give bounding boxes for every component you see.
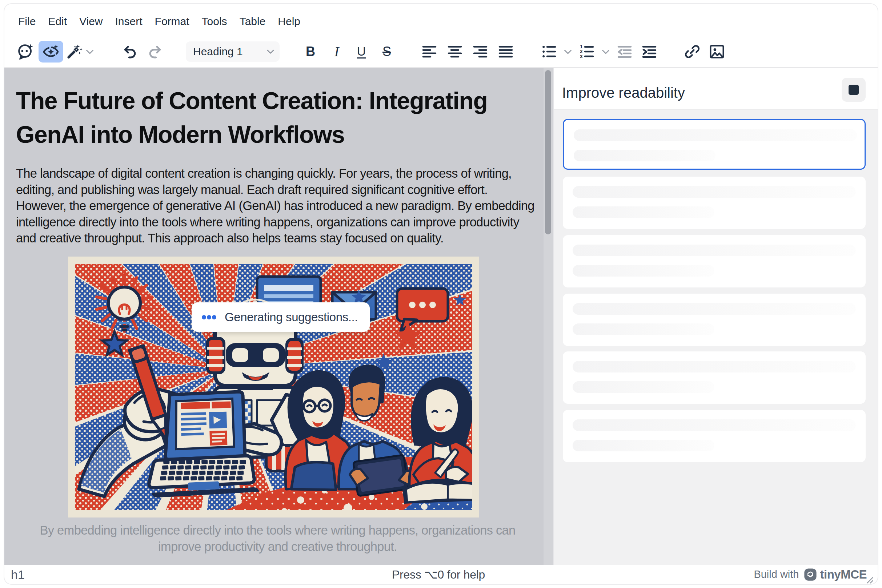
svg-text:3: 3	[580, 54, 582, 59]
